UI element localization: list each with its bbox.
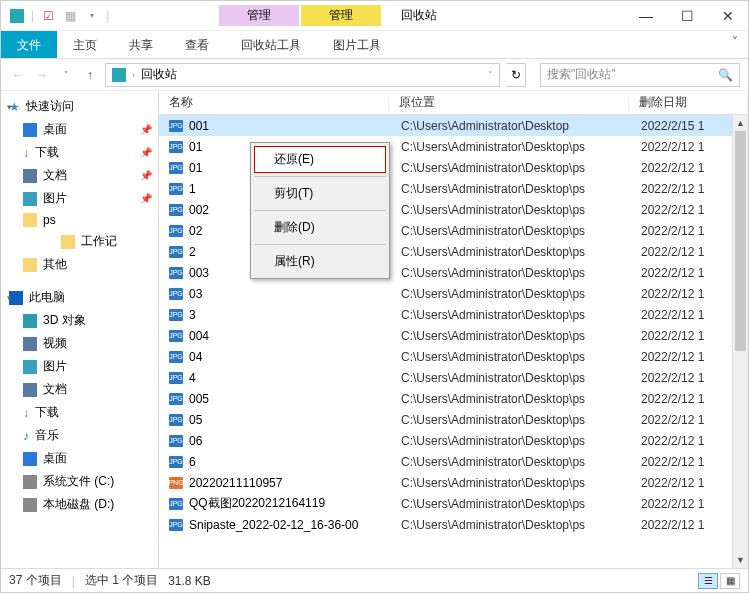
sidebar-item-other[interactable]: 其他: [1, 253, 158, 276]
context-tab-picture[interactable]: 管理: [301, 5, 381, 26]
nav-back-icon[interactable]: ←: [9, 68, 27, 82]
sidebar-item-work[interactable]: 工作记: [1, 230, 158, 253]
breadcrumb[interactable]: › 回收站 ˅: [105, 63, 500, 87]
file-name: 06: [189, 434, 401, 448]
scroll-up-icon[interactable]: ▲: [733, 115, 748, 131]
table-row[interactable]: JPG01C:\Users\Administrator\Desktop\ps20…: [159, 157, 748, 178]
table-row[interactable]: JPG004C:\Users\Administrator\Desktop\ps2…: [159, 325, 748, 346]
table-row[interactable]: JPG3C:\Users\Administrator\Desktop\ps202…: [159, 304, 748, 325]
table-row[interactable]: JPG001C:\Users\Administrator\Desktop2022…: [159, 115, 748, 136]
nav-forward-icon[interactable]: →: [33, 68, 51, 82]
chevron-down-icon[interactable]: ▾: [7, 293, 12, 303]
scroll-down-icon[interactable]: ▼: [733, 552, 748, 568]
tab-share[interactable]: 共享: [113, 31, 169, 58]
scrollbar[interactable]: ▲ ▼: [732, 115, 748, 568]
sidebar-item-downloads2[interactable]: ↓下载: [1, 401, 158, 424]
tab-view[interactable]: 查看: [169, 31, 225, 58]
table-row[interactable]: JPG04C:\Users\Administrator\Desktop\ps20…: [159, 346, 748, 367]
menu-restore[interactable]: 还原(E): [254, 146, 386, 173]
sidebar-item-documents2[interactable]: 文档: [1, 378, 158, 401]
menu-properties[interactable]: 属性(R): [254, 248, 386, 275]
close-button[interactable]: ✕: [722, 8, 734, 24]
menu-delete[interactable]: 删除(D): [254, 214, 386, 241]
file-name: 03: [189, 287, 401, 301]
recycle-bin-icon: [9, 8, 25, 24]
tab-picture-tools[interactable]: 图片工具: [317, 31, 397, 58]
scroll-thumb[interactable]: [735, 131, 746, 351]
sidebar-label: 下载: [35, 404, 59, 421]
table-row[interactable]: JPG06C:\Users\Administrator\Desktop\ps20…: [159, 430, 748, 451]
table-row[interactable]: PNG20220211110957C:\Users\Administrator\…: [159, 472, 748, 493]
tab-recyclebin-tools[interactable]: 回收站工具: [225, 31, 317, 58]
sidebar-item-music[interactable]: ♪音乐: [1, 424, 158, 447]
sidebar-item-3d[interactable]: 3D 对象: [1, 309, 158, 332]
breadcrumb-dropdown-icon[interactable]: ˅: [488, 70, 493, 80]
sidebar-item-desktop[interactable]: 桌面📌: [1, 118, 158, 141]
menu-cut[interactable]: 剪切(T): [254, 180, 386, 207]
tab-file[interactable]: 文件: [1, 31, 57, 58]
maximize-button[interactable]: ☐: [681, 8, 694, 24]
sidebar-item-pictures2[interactable]: 图片: [1, 355, 158, 378]
table-row[interactable]: JPG005C:\Users\Administrator\Desktop\ps2…: [159, 388, 748, 409]
sidebar-item-documents[interactable]: 文档📌: [1, 164, 158, 187]
sidebar-item-desktop2[interactable]: 桌面: [1, 447, 158, 470]
column-name[interactable]: 名称: [159, 94, 389, 111]
tab-home[interactable]: 主页: [57, 31, 113, 58]
ribbon-expand-icon[interactable]: ˅: [722, 31, 748, 58]
file-icon: JPG: [169, 414, 183, 426]
nav-history-icon[interactable]: ˅: [57, 70, 75, 79]
chevron-right-icon[interactable]: ›: [132, 70, 135, 80]
column-header: 名称 原位置 删除日期: [159, 91, 748, 115]
table-row[interactable]: JPG01C:\Users\Administrator\Desktop\ps20…: [159, 136, 748, 157]
status-bar: 37 个项目 | 选中 1 个项目 31.8 KB ☰ ▦: [1, 568, 748, 592]
column-location[interactable]: 原位置: [389, 94, 629, 111]
sidebar-item-this-pc[interactable]: ▾此电脑: [1, 286, 158, 309]
sidebar-label: 视频: [43, 335, 67, 352]
chevron-down-icon[interactable]: ▾: [7, 102, 12, 112]
title-bar: | ☑ ▦ ▾ | 管理 管理 回收站 — ☐ ✕: [1, 1, 748, 31]
table-row[interactable]: JPG03C:\Users\Administrator\Desktop\ps20…: [159, 283, 748, 304]
table-row[interactable]: JPG003C:\Users\Administrator\Desktop\ps2…: [159, 262, 748, 283]
breadcrumb-location[interactable]: 回收站: [141, 66, 177, 83]
context-tab-recyclebin[interactable]: 管理: [219, 5, 299, 26]
table-row[interactable]: JPG6C:\Users\Administrator\Desktop\ps202…: [159, 451, 748, 472]
table-row[interactable]: JPG05C:\Users\Administrator\Desktop\ps20…: [159, 409, 748, 430]
checkbox-icon[interactable]: ☑: [40, 8, 56, 24]
minimize-button[interactable]: —: [639, 8, 653, 24]
table-row[interactable]: JPG002C:\Users\Administrator\Desktop\ps2…: [159, 199, 748, 220]
sidebar-label: 文档: [43, 167, 67, 184]
file-location: C:\Users\Administrator\Desktop\ps: [401, 287, 641, 301]
sidebar-item-pictures[interactable]: 图片📌: [1, 187, 158, 210]
sidebar-label: 快速访问: [26, 98, 74, 115]
sidebar-item-drive-c[interactable]: 系统文件 (C:): [1, 470, 158, 493]
table-row[interactable]: JPG4C:\Users\Administrator\Desktop\ps202…: [159, 367, 748, 388]
table-row[interactable]: JPG02C:\Users\Administrator\Desktop\ps20…: [159, 220, 748, 241]
file-list[interactable]: JPG001C:\Users\Administrator\Desktop2022…: [159, 115, 748, 568]
file-icon: JPG: [169, 225, 183, 237]
folder-icon: [23, 258, 37, 272]
nav-up-icon[interactable]: ↑: [81, 68, 99, 82]
file-icon: JPG: [169, 246, 183, 258]
sidebar-item-ps[interactable]: ps: [1, 210, 158, 230]
view-icons-button[interactable]: ▦: [720, 573, 740, 589]
file-icon: JPG: [169, 267, 183, 279]
table-row[interactable]: JPG2C:\Users\Administrator\Desktop\ps202…: [159, 241, 748, 262]
menu-separator: [255, 176, 385, 177]
view-details-button[interactable]: ☰: [698, 573, 718, 589]
dropdown-icon[interactable]: ▾: [84, 8, 100, 24]
search-input[interactable]: 搜索"回收站" 🔍: [540, 63, 740, 87]
table-row[interactable]: JPGSnipaste_2022-02-12_16-36-00C:\Users\…: [159, 514, 748, 535]
quick-access-toolbar: | ☑ ▦ ▾ |: [9, 8, 109, 24]
sidebar-item-video[interactable]: 视频: [1, 332, 158, 355]
search-icon[interactable]: 🔍: [718, 68, 733, 82]
sidebar-item-drive-d[interactable]: 本地磁盘 (D:): [1, 493, 158, 516]
table-row[interactable]: JPG1C:\Users\Administrator\Desktop\ps202…: [159, 178, 748, 199]
refresh-button[interactable]: ↻: [506, 63, 526, 87]
column-date[interactable]: 删除日期: [629, 94, 748, 111]
sidebar-item-quick-access[interactable]: ▾★快速访问: [1, 95, 158, 118]
document-icon: [23, 383, 37, 397]
properties-icon[interactable]: ▦: [62, 8, 78, 24]
menu-separator: [255, 244, 385, 245]
table-row[interactable]: JPGQQ截图20220212164119C:\Users\Administra…: [159, 493, 748, 514]
sidebar-item-downloads[interactable]: ↓下载📌: [1, 141, 158, 164]
